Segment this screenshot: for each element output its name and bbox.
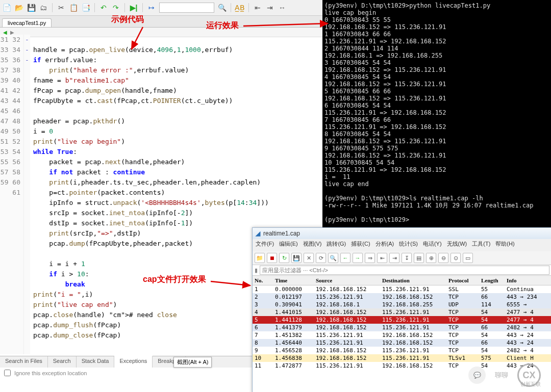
bottom-tab[interactable]: Stack Data xyxy=(77,356,115,368)
fold-column[interactable]: - - - xyxy=(24,35,30,354)
ws-fwd-icon[interactable]: → xyxy=(353,253,363,263)
indent-right-icon[interactable]: ⇥ xyxy=(265,3,274,12)
wireshark-header-row[interactable]: No.TimeSourceDestinationProtocolLengthIn… xyxy=(253,276,551,285)
nav-back-icon[interactable]: ◀ xyxy=(3,30,7,35)
save-icon[interactable]: 💾 xyxy=(27,3,36,12)
file-tab[interactable]: livecapTest1.py xyxy=(2,18,52,27)
new-file-icon[interactable]: 📄 xyxy=(2,3,11,12)
wireshark-filter-bar: ▮ xyxy=(253,265,551,276)
ignore-exception-row[interactable]: Ignore this exception location xyxy=(2,368,87,378)
ws-jump-icon[interactable]: ⇒ xyxy=(365,253,375,263)
run-icon[interactable]: ▶| xyxy=(129,3,138,12)
ws-menu-item[interactable]: 视图(V) xyxy=(303,240,322,250)
ws-menu-item[interactable]: 电话(Y) xyxy=(423,240,442,250)
step-icon[interactable]: ↦ xyxy=(147,3,156,12)
filter-bookmark-icon[interactable]: ▮ xyxy=(255,267,258,274)
ws-menu-item[interactable]: 无线(W) xyxy=(447,240,467,250)
ws-last-icon[interactable]: ⇥ xyxy=(389,253,399,263)
ws-menu-item[interactable]: 工具(T) xyxy=(472,240,490,250)
wireshark-filter-input[interactable] xyxy=(260,266,549,275)
ws-close-icon[interactable]: ✕ xyxy=(304,253,314,263)
stretch-icon[interactable]: ↔ xyxy=(278,3,287,12)
ws-packet-row[interactable]: 51.441128192.168.168.152115.236.121.91TC… xyxy=(253,316,551,324)
ws-col-header[interactable]: Source xyxy=(314,277,380,284)
bottom-tab[interactable]: Search in Files xyxy=(0,356,48,368)
ws-zoomout-icon[interactable]: ⊖ xyxy=(438,253,448,263)
terminal[interactable]: (py39env) D:\tmp\t1029>python livecapTes… xyxy=(322,0,551,231)
ws-resize-icon[interactable]: ▭ xyxy=(463,253,473,263)
ws-packet-row[interactable]: 20.012197115.236.121.91192.168.168.152TC… xyxy=(253,293,551,301)
ws-packet-row[interactable]: 101.456838192.168.168.152115.236.121.91T… xyxy=(253,354,551,362)
ws-menu-item[interactable]: 帮助(H) xyxy=(495,240,514,250)
ws-first-icon[interactable]: ⇤ xyxy=(377,253,387,263)
redo-icon[interactable]: ↷ xyxy=(111,3,120,12)
find-replace-icon[interactable]: A̲B̲ xyxy=(235,3,244,12)
ws-restart-icon[interactable]: ↻ xyxy=(279,253,289,263)
ws-open-icon[interactable]: 📁 xyxy=(255,253,265,263)
wireshark-packet-list[interactable]: 10.000000192.168.168.152115.236.121.91SS… xyxy=(253,285,551,370)
clipboard-icon[interactable]: 📋 xyxy=(69,3,78,12)
wechat-icon: 💬 xyxy=(468,367,486,384)
nav-fwd-icon[interactable]: ▶ xyxy=(10,30,14,35)
ws-save-icon[interactable]: 💾 xyxy=(291,253,302,263)
ws-menu-item[interactable]: 捕获(C) xyxy=(351,240,370,250)
ws-zoomin-icon[interactable]: ⊕ xyxy=(426,253,436,263)
ws-col-header[interactable]: No. xyxy=(253,277,273,284)
ws-packet-row[interactable]: 30.309041192.168.168.1192.168.168.255UDP… xyxy=(253,301,551,308)
bottom-tab[interactable]: Exceptions xyxy=(114,356,153,368)
ws-col-header[interactable]: Time xyxy=(273,277,314,284)
wireshark-titlebar[interactable]: ◢ realtime1.cap xyxy=(253,228,551,239)
ws-col-header[interactable]: Protocol xyxy=(446,277,479,284)
brand-label: 创新互联 xyxy=(520,381,541,388)
wireshark-toolbar: 📁 ⏹ ↻ 💾 ✕ ⟳ 🔍 ← → ⇒ ⇤ ⇥ ↧ ▤ ⊕ ⊖ ⊙ ▭ xyxy=(253,251,551,265)
ws-menu-item[interactable]: 分析(A) xyxy=(375,240,394,250)
search-icon[interactable]: 🔍 xyxy=(217,3,227,12)
open-folder-icon[interactable]: 📂 xyxy=(14,3,23,12)
ws-packet-row[interactable]: 10.000000192.168.168.152115.236.121.91SS… xyxy=(253,285,551,293)
wireshark-title: realtime1.cap xyxy=(263,230,300,237)
ignore-exception-label: Ignore this exception location xyxy=(14,370,87,376)
save-all-icon[interactable]: 🗂 xyxy=(39,3,48,12)
wireshark-menubar: 文件(F)编辑(E)视图(V)跳转(G)捕获(C)分析(A)统计(S)电话(Y)… xyxy=(253,239,551,251)
indent-left-icon[interactable]: ⇤ xyxy=(253,3,262,12)
cut-icon[interactable]: ✂ xyxy=(57,3,66,12)
screenshot-hint[interactable]: 截图(Alt + A) xyxy=(173,357,212,368)
ws-col-header[interactable]: Destination xyxy=(380,277,446,284)
ws-packet-row[interactable]: 61.441379192.168.168.152115.236.121.91TC… xyxy=(253,324,551,331)
ws-menu-item[interactable]: 统计(S) xyxy=(399,240,418,250)
ws-packet-row[interactable]: 91.456528192.168.168.152115.236.121.91TC… xyxy=(253,347,551,354)
toolbar-search-input[interactable] xyxy=(159,3,214,13)
ws-find-icon[interactable]: 🔍 xyxy=(328,253,338,263)
ws-columns-icon[interactable]: ▤ xyxy=(414,253,424,263)
ignore-exception-checkbox[interactable] xyxy=(4,370,11,376)
ws-packet-row[interactable]: 71.451382115.236.121.91192.168.168.152TC… xyxy=(253,331,551,339)
ws-packet-row[interactable]: 81.456440115.236.121.91192.168.168.152TC… xyxy=(253,339,551,347)
copy-icon[interactable]: 📑 xyxy=(81,3,90,12)
ws-zoomfit-icon[interactable]: ⊙ xyxy=(450,253,461,263)
ws-autoscroll-icon[interactable]: ↧ xyxy=(402,253,412,263)
ws-stop-icon[interactable]: ⏹ xyxy=(267,253,277,263)
ws-menu-item[interactable]: 文件(F) xyxy=(256,240,274,250)
ws-menu-item[interactable]: 跳转(G) xyxy=(327,240,346,250)
ws-col-header[interactable]: Info xyxy=(505,277,551,284)
watermark: 💬 聊聊 CX 创新互联 xyxy=(468,363,541,387)
bottom-tab[interactable]: Search xyxy=(48,356,77,368)
watermark-chat-label: 聊聊 xyxy=(495,371,508,380)
ws-col-header[interactable]: Length xyxy=(479,277,505,284)
wireshark-logo-icon: ◢ xyxy=(256,230,260,237)
ws-packet-row[interactable]: 41.441015192.168.168.152115.236.121.91TC… xyxy=(253,308,551,316)
ws-reload-icon[interactable]: ⟳ xyxy=(316,253,326,263)
ws-back-icon[interactable]: ← xyxy=(340,253,350,263)
undo-icon[interactable]: ↶ xyxy=(99,3,108,12)
ws-menu-item[interactable]: 编辑(E) xyxy=(279,240,298,250)
line-gutter: 31 32 33 34 35 36 37 38 39 40 41 42 43 4… xyxy=(0,35,24,354)
